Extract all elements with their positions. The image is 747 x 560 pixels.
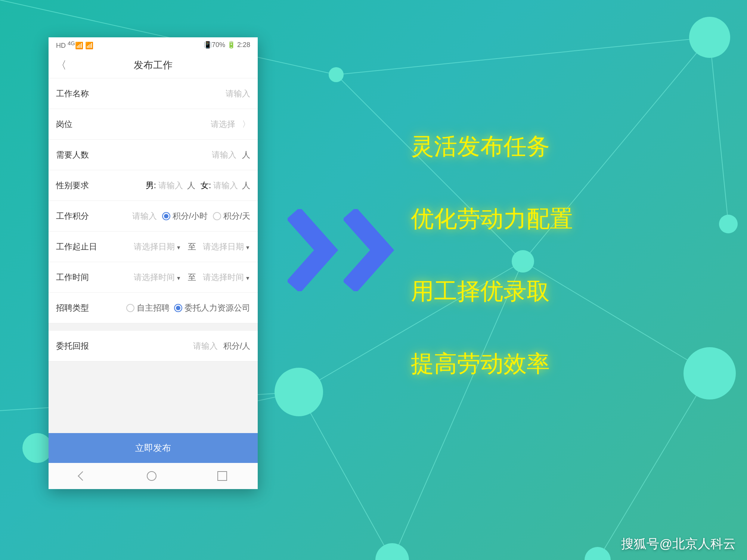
form: 工作名称 请输入 岗位 请选择 〉 需要人数 请输入 人 性别要求 男: [49, 78, 258, 361]
input-points[interactable]: 请输入 [132, 211, 157, 222]
row-time-range: 工作时间 请选择时间▼ 至 请选择时间▼ [49, 262, 258, 293]
radio-points-hour[interactable]: 积分/小时 [162, 211, 208, 222]
label-male: 男: [146, 180, 156, 191]
radio-dot-icon [162, 212, 170, 220]
label-female: 女: [201, 180, 211, 191]
row-gender: 性别要求 男: 请输入 人 女: 请输入 人 [49, 170, 258, 201]
status-right: 📳70% 🔋 2:28 [204, 41, 250, 49]
select-date-start[interactable]: 请选择日期▼ [134, 241, 181, 252]
submit-button[interactable]: 立即发布 [49, 433, 258, 463]
back-icon[interactable]: 〈 [56, 58, 66, 72]
svg-point-17 [22, 433, 52, 463]
row-headcount[interactable]: 需要人数 请输入 人 [49, 140, 258, 170]
select-time-end[interactable]: 请选择时间▼ [203, 272, 250, 283]
svg-point-16 [275, 368, 323, 416]
label-time-range: 工作时间 [56, 272, 101, 283]
title-bar: 〈 发布工作 [49, 52, 258, 78]
svg-point-13 [689, 17, 730, 58]
nav-recent-icon[interactable] [217, 471, 227, 481]
double-chevron-icon [288, 209, 396, 291]
unit-commission: 积分/人 [223, 340, 250, 352]
phone-screenshot: HD 4G📶 📶 📳70% 🔋 2:28 〈 发布工作 工作名称 请输入 岗位 … [49, 37, 258, 489]
status-left: HD 4G📶 📶 [56, 40, 93, 50]
label-recruit-type: 招聘类型 [56, 302, 101, 314]
radio-points-day[interactable]: 积分/天 [213, 211, 250, 222]
slogan-list: 灵活发布任务 优化劳动力配置 用工择优录取 提高劳动效率 [411, 131, 573, 379]
chevron-right-icon: 〉 [242, 119, 250, 130]
label-gender: 性别要求 [56, 180, 101, 191]
label-points: 工作积分 [56, 211, 101, 222]
radio-delegate-hr[interactable]: 委托人力资源公司 [174, 302, 250, 314]
slogan-3: 用工择优录取 [411, 276, 573, 307]
svg-point-15 [684, 347, 736, 399]
section-gap [49, 323, 258, 331]
slogan-1: 灵活发布任务 [411, 131, 573, 162]
label-headcount: 需要人数 [56, 149, 101, 161]
row-points: 工作积分 请输入 积分/小时 积分/天 [49, 201, 258, 231]
select-time-start[interactable]: 请选择时间▼ [134, 272, 181, 283]
row-commission[interactable]: 委托回报 请输入 积分/人 [49, 331, 258, 361]
label-date-range: 工作起止日 [56, 241, 101, 252]
label-commission: 委托回报 [56, 340, 101, 352]
select-date-end[interactable]: 请选择日期▼ [203, 241, 250, 252]
svg-line-8 [598, 373, 710, 560]
slogan-2: 优化劳动力配置 [411, 203, 573, 234]
nav-back-icon[interactable] [78, 471, 87, 480]
input-headcount[interactable]: 请输入 [212, 149, 236, 161]
empty-area [49, 361, 258, 433]
label-job-name: 工作名称 [56, 88, 101, 99]
svg-point-18 [375, 543, 409, 560]
svg-point-19 [585, 547, 611, 560]
svg-line-11 [710, 37, 728, 224]
slogan-4: 提高劳动效率 [411, 348, 573, 379]
input-male[interactable]: 请输入 [158, 180, 183, 191]
radio-dot-icon [174, 304, 182, 312]
radio-dot-icon [213, 212, 221, 220]
input-job-name[interactable]: 请输入 [226, 88, 250, 99]
input-female[interactable]: 请输入 [213, 180, 238, 191]
svg-line-1 [336, 37, 710, 75]
svg-line-7 [299, 392, 392, 560]
label-position: 岗位 [56, 119, 101, 130]
row-position[interactable]: 岗位 请选择 〉 [49, 109, 258, 140]
radio-self-recruit[interactable]: 自主招聘 [126, 302, 170, 314]
radio-dot-icon [126, 304, 134, 312]
unit-headcount: 人 [242, 149, 250, 161]
nav-home-icon[interactable] [147, 471, 156, 481]
status-bar: HD 4G📶 📶 📳70% 🔋 2:28 [49, 37, 258, 52]
row-recruit-type: 招聘类型 自主招聘 委托人力资源公司 [49, 293, 258, 323]
svg-point-12 [329, 67, 344, 82]
page-title: 发布工作 [49, 59, 258, 72]
svg-point-20 [719, 215, 738, 233]
row-job-name[interactable]: 工作名称 请输入 [49, 78, 258, 109]
android-nav-bar [49, 463, 258, 489]
select-position[interactable]: 请选择 [211, 119, 235, 130]
watermark: 搜狐号@北京人科云 [621, 535, 736, 553]
row-date-range: 工作起止日 请选择日期▼ 至 请选择日期▼ [49, 231, 258, 262]
input-commission[interactable]: 请输入 [193, 340, 218, 352]
